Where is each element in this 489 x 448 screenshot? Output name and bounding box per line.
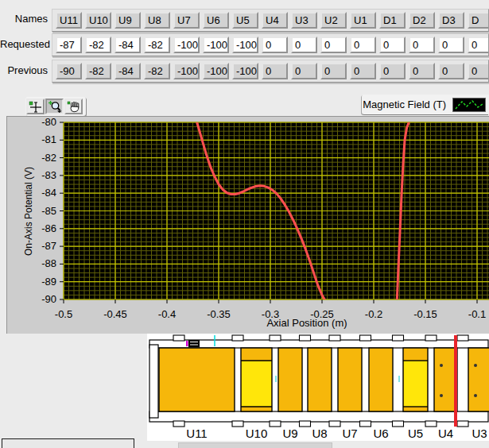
svg-text:-0.35: -0.35 <box>207 308 231 320</box>
svg-text:-82: -82 <box>41 152 56 164</box>
previous-cell: 0 <box>409 63 435 79</box>
previous-cell: 0 <box>379 63 406 79</box>
previous-cell: 0 <box>438 63 464 79</box>
svg-text:U6: U6 <box>373 427 388 440</box>
previous-array: -90-82-84-82-100-100-10000000000 <box>52 60 489 83</box>
names-cell: U10 <box>85 12 111 29</box>
svg-text:-0.15: -0.15 <box>413 308 437 320</box>
names-cell: U3 <box>291 12 317 29</box>
requested-cells: -87-82-84-82-100-100-10000000000 <box>52 34 488 56</box>
previous-cell: -82 <box>144 63 170 79</box>
names-cell: U2 <box>320 12 347 29</box>
names-cell: U5 <box>232 12 258 29</box>
zoom-tool-button[interactable] <box>45 98 64 114</box>
svg-text:U3: U3 <box>472 427 487 440</box>
row-label-requested: Requested <box>0 38 48 50</box>
svg-text:-88: -88 <box>41 257 56 269</box>
requested-cell[interactable]: 0 <box>438 37 464 53</box>
previous-cell: -84 <box>114 63 141 79</box>
magnifier-icon <box>48 100 62 113</box>
svg-text:-89: -89 <box>41 276 56 288</box>
requested-cell[interactable]: 0 <box>350 37 376 53</box>
svg-text:-87: -87 <box>41 240 56 252</box>
names-cell: U8 <box>144 12 170 29</box>
requested-cell[interactable]: -82 <box>144 37 170 53</box>
names-cell: U1 <box>350 12 376 29</box>
requested-cell[interactable]: 0 <box>409 37 435 53</box>
names-cell: U11 <box>56 12 82 29</box>
previous-cells: -90-82-84-82-100-100-10000000000 <box>52 60 488 82</box>
svg-text:-84: -84 <box>41 187 56 199</box>
requested-cell[interactable]: -82 <box>85 37 111 53</box>
requested-cell[interactable]: -84 <box>114 37 141 53</box>
svg-text:-0.5: -0.5 <box>55 308 72 320</box>
requested-cell[interactable]: 0 <box>379 37 406 53</box>
requested-cell[interactable]: -100 <box>173 37 200 53</box>
previous-cell: 0 <box>291 63 317 79</box>
names-cell: U9 <box>114 12 141 29</box>
previous-cell: -90 <box>56 63 82 79</box>
cutoff-bottom-gray-strip <box>178 442 332 448</box>
names-array: U11U10U9U8U7U6U5U4U3U2U1D1D2D3D <box>52 9 489 32</box>
svg-text:U4: U4 <box>438 427 453 440</box>
row-label-names: Names <box>0 13 48 25</box>
legend-label: Magnetic Field (T) <box>363 98 446 110</box>
previous-cell: -100 <box>203 63 229 79</box>
labview-front-panel: Names Requested Previous U11U10U9U8U7U6U… <box>0 0 489 448</box>
xy-graph-plot[interactable]: -0.5-0.45-0.4-0.35-0.3-0.25-0.2-0.15-0.1… <box>8 117 489 330</box>
requested-cell[interactable]: 0 <box>468 37 489 53</box>
svg-text:-81: -81 <box>41 133 56 145</box>
svg-text:U5: U5 <box>408 427 423 440</box>
electrode-stack-drawing: U11U10U9U8U7U6U5U4U3 <box>147 334 489 441</box>
svg-text:U10: U10 <box>246 427 268 440</box>
names-cell: D <box>468 12 489 29</box>
requested-cell[interactable]: -100 <box>232 37 258 53</box>
cutoff-bottom-left-box <box>2 438 134 448</box>
names-cells: U11U10U9U8U7U6U5U4U3U2U1D1D2D3D <box>52 10 488 31</box>
requested-array: -87-82-84-82-100-100-10000000000 <box>52 33 489 56</box>
svg-text:-85: -85 <box>41 205 56 217</box>
svg-text:-90: -90 <box>41 293 56 305</box>
names-cell: U6 <box>203 12 229 29</box>
cursor-tool-button[interactable] <box>26 98 45 114</box>
requested-cell[interactable]: -100 <box>203 37 229 53</box>
names-cell: D1 <box>379 12 406 29</box>
requested-cell[interactable]: 0 <box>291 37 317 53</box>
names-cell: D3 <box>438 12 464 29</box>
crosshair-icon <box>29 101 43 113</box>
names-cell: U4 <box>262 12 288 29</box>
hand-icon <box>67 101 81 113</box>
requested-cell[interactable]: 0 <box>320 37 347 53</box>
svg-text:-83: -83 <box>41 169 56 181</box>
svg-text:-0.2: -0.2 <box>365 308 382 320</box>
legend-line-icon <box>452 98 486 112</box>
previous-cell: -82 <box>85 63 111 79</box>
svg-text:-0.45: -0.45 <box>103 308 127 320</box>
svg-text:U8: U8 <box>312 427 327 440</box>
electrode-stack-diagram: U11U10U9U8U7U6U5U4U3 <box>147 334 489 441</box>
svg-text:-80: -80 <box>41 116 56 128</box>
row-label-previous: Previous <box>0 64 48 76</box>
previous-cell: 0 <box>350 63 376 79</box>
previous-cell: 0 <box>320 63 347 79</box>
requested-cell[interactable]: -87 <box>56 37 82 53</box>
names-cell: U7 <box>173 12 200 29</box>
svg-text:U7: U7 <box>342 427 357 440</box>
previous-cell: 0 <box>468 63 489 79</box>
previous-cell: 0 <box>262 63 288 79</box>
svg-text:U11: U11 <box>186 427 207 440</box>
requested-cell[interactable]: 0 <box>262 37 288 53</box>
previous-cell: -100 <box>173 63 200 79</box>
pan-tool-button[interactable] <box>64 98 83 114</box>
svg-text:-0.3: -0.3 <box>262 308 279 320</box>
svg-text:U9: U9 <box>282 427 297 440</box>
svg-text:-86: -86 <box>41 222 56 234</box>
svg-text:-0.25: -0.25 <box>310 308 334 320</box>
svg-text:-0.4: -0.4 <box>158 308 176 320</box>
graph-toolbar <box>25 97 86 116</box>
plot-legend[interactable]: Magnetic Field (T) <box>362 95 489 114</box>
names-cell: D2 <box>409 12 435 29</box>
previous-cell: -100 <box>232 63 258 79</box>
svg-text:-0.1: -0.1 <box>468 308 486 320</box>
